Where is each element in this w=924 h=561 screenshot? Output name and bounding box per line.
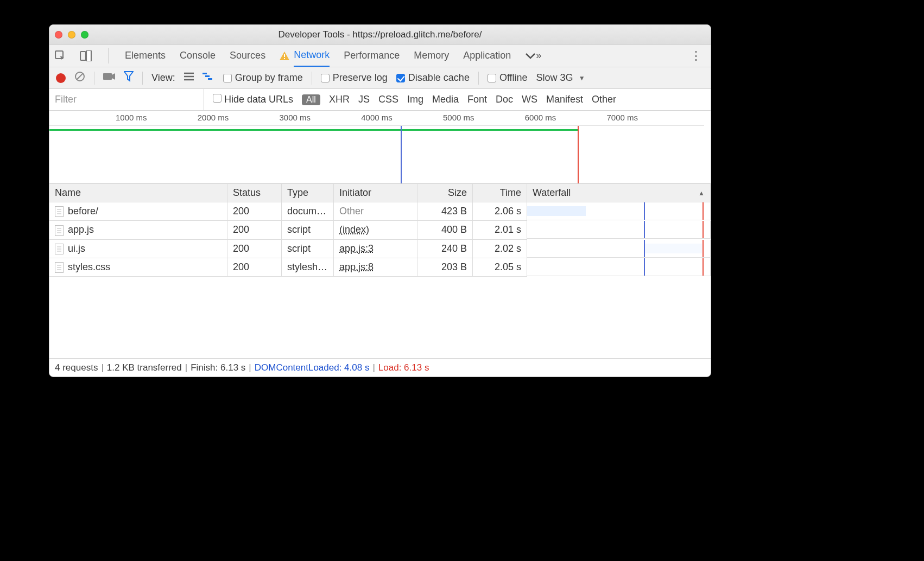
request-time: 2.02 s xyxy=(473,240,527,258)
tab-elements[interactable]: Elements xyxy=(125,50,166,61)
request-name[interactable]: styles.css xyxy=(49,258,227,277)
overview-timeline[interactable]: 1000 ms2000 ms3000 ms4000 ms5000 ms6000 … xyxy=(49,111,711,184)
inspect-element-icon[interactable] xyxy=(55,50,66,61)
waterfall-dcl-marker xyxy=(644,240,645,257)
disable-cache-checkbox[interactable]: Disable cache xyxy=(396,72,470,84)
screenshot-icon[interactable] xyxy=(103,72,115,84)
view-list-icon[interactable] xyxy=(184,72,194,84)
window-title: Developer Tools - https://preload.glitch… xyxy=(49,29,711,40)
request-waterfall[interactable] xyxy=(527,258,711,276)
request-table: NameStatusTypeInitiatorSizeTimeWaterfall… xyxy=(49,184,711,277)
request-initiator[interactable]: app.js:8 xyxy=(334,258,417,277)
svg-line-6 xyxy=(77,73,83,80)
file-icon xyxy=(55,206,64,217)
checkbox-icon xyxy=(396,74,405,82)
timeline-tick: 7000 ms xyxy=(541,111,623,125)
request-name[interactable]: before/ xyxy=(49,202,227,221)
filter-toggle-icon[interactable] xyxy=(124,71,134,85)
request-status: 200 xyxy=(227,240,282,258)
tab-performance[interactable]: Performance xyxy=(344,50,400,61)
request-size: 203 B xyxy=(417,258,473,277)
request-initiator[interactable]: (index) xyxy=(334,221,417,239)
view-label: View: xyxy=(151,72,175,84)
tab-network[interactable]: Network xyxy=(294,44,330,67)
hide-data-urls-label: Hide data URLs xyxy=(224,94,293,105)
filter-type-img[interactable]: Img xyxy=(407,94,423,105)
checkbox-icon xyxy=(213,94,221,103)
timeline-tick: 3000 ms xyxy=(213,111,295,125)
tab-sources[interactable]: Sources xyxy=(230,50,265,61)
filter-type-css[interactable]: CSS xyxy=(378,94,398,105)
titlebar: Developer Tools - https://preload.glitch… xyxy=(49,25,711,44)
divider xyxy=(108,48,109,63)
throttling-select[interactable]: Slow 3G ▼ xyxy=(536,72,585,84)
file-icon xyxy=(55,262,64,273)
svg-rect-7 xyxy=(103,73,112,80)
column-header-time[interactable]: Time xyxy=(473,184,527,202)
status-dcl: DOMContentLoaded: 4.08 s xyxy=(255,362,370,373)
request-waterfall[interactable] xyxy=(527,202,711,220)
divider xyxy=(478,72,479,85)
filter-type-manifest[interactable]: Manifest xyxy=(546,94,583,105)
tab-memory[interactable]: Memory xyxy=(414,50,449,61)
column-header-name[interactable]: Name xyxy=(49,184,227,202)
request-size: 423 B xyxy=(417,202,473,221)
status-bar: 4 requests| 1.2 KB transferred| Finish: … xyxy=(49,358,711,377)
request-type: docum… xyxy=(282,202,334,221)
filter-type-js[interactable]: JS xyxy=(358,94,370,105)
sort-indicator-icon: ▲ xyxy=(698,189,705,197)
status-requests: 4 requests xyxy=(55,362,98,373)
request-time: 2.05 s xyxy=(473,258,527,277)
filter-type-doc[interactable]: Doc xyxy=(496,94,513,105)
svg-rect-1 xyxy=(80,52,86,60)
waterfall-dcl-marker xyxy=(644,202,645,220)
overview-load-marker xyxy=(578,126,579,183)
offline-checkbox[interactable]: Offline xyxy=(488,72,528,84)
table-blank-area xyxy=(49,277,711,358)
filter-type-xhr[interactable]: XHR xyxy=(329,94,350,105)
tab-application[interactable]: Application xyxy=(463,50,511,61)
network-toolbar: View: Group by frame Preserve log Disabl… xyxy=(49,67,711,89)
request-status: 200 xyxy=(227,202,282,221)
filter-type-media[interactable]: Media xyxy=(432,94,459,105)
clear-button[interactable] xyxy=(74,71,85,85)
filter-type-other[interactable]: Other xyxy=(592,94,616,105)
column-header-type[interactable]: Type xyxy=(282,184,334,202)
request-initiator[interactable]: app.js:3 xyxy=(334,240,417,258)
waterfall-load-marker xyxy=(703,202,704,220)
request-waterfall[interactable] xyxy=(527,221,711,239)
filter-type-font[interactable]: Font xyxy=(467,94,487,105)
column-header-waterfall[interactable]: Waterfall▲ xyxy=(527,184,711,202)
svg-rect-13 xyxy=(208,78,212,80)
record-button[interactable] xyxy=(56,73,66,83)
device-toolbar-icon[interactable] xyxy=(80,50,92,61)
settings-kebab-icon[interactable]: ⋮ xyxy=(687,49,705,63)
filter-input[interactable]: Filter xyxy=(49,89,204,110)
waterfall-bar xyxy=(644,262,703,272)
filter-type-ws[interactable]: WS xyxy=(522,94,537,105)
waterfall-load-marker xyxy=(703,240,704,257)
view-waterfall-icon[interactable] xyxy=(202,72,214,84)
column-header-status[interactable]: Status xyxy=(227,184,282,202)
file-icon xyxy=(55,225,64,236)
overview-dcl-marker xyxy=(401,126,402,183)
timeline-tick: 5000 ms xyxy=(377,111,459,125)
hide-data-urls-checkbox[interactable]: Hide data URLs xyxy=(213,94,293,105)
status-finish: Finish: 6.13 s xyxy=(191,362,245,373)
waterfall-dcl-marker xyxy=(644,258,645,276)
column-header-size[interactable]: Size xyxy=(417,184,473,202)
request-name[interactable]: app.js xyxy=(49,221,227,239)
filter-type-all[interactable]: All xyxy=(302,94,320,105)
request-type-filters: AllXHRJSCSSImgMediaFontDocWSManifestOthe… xyxy=(302,94,616,105)
disable-cache-label: Disable cache xyxy=(408,72,470,84)
preserve-log-checkbox[interactable]: Preserve log xyxy=(321,72,388,84)
warning-icon xyxy=(280,50,289,61)
column-header-initiator[interactable]: Initiator xyxy=(334,184,417,202)
request-waterfall[interactable] xyxy=(527,240,711,258)
tab-console[interactable]: Console xyxy=(180,50,216,61)
request-time: 2.01 s xyxy=(473,221,527,239)
request-name[interactable]: ui.js xyxy=(49,240,227,258)
more-tabs-icon[interactable]: » xyxy=(525,50,541,61)
request-size: 400 B xyxy=(417,221,473,239)
group-by-frame-checkbox[interactable]: Group by frame xyxy=(223,72,303,84)
